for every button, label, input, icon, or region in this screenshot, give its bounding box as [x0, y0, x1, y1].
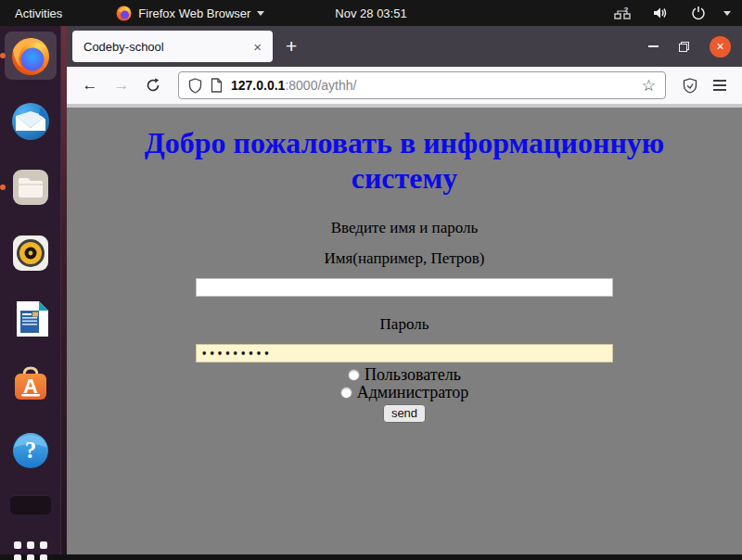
dock-item-ubuntu-software[interactable]: A	[5, 361, 57, 409]
tab-bar: Codeby-school × + ×	[67, 26, 742, 67]
menu-icon[interactable]	[707, 72, 733, 98]
dock-item-files[interactable]	[5, 163, 57, 211]
thunderbird-icon	[9, 100, 52, 143]
help-icon: ?	[9, 429, 52, 472]
name-label: Имя(например, Петров)	[67, 249, 742, 268]
page-icon[interactable]	[211, 78, 223, 93]
url-bar[interactable]: 127.0.0.1:8000/aythh/ ☆	[178, 71, 666, 99]
running-indicator	[0, 185, 6, 190]
intro-text: Введите имя и пароль	[67, 219, 742, 237]
tab-close-icon[interactable]: ×	[249, 39, 265, 55]
ubuntu-software-icon: A	[9, 363, 52, 406]
send-button[interactable]: send	[383, 404, 426, 423]
password-label: Пароль	[67, 315, 742, 334]
new-tab-button[interactable]: +	[286, 35, 297, 57]
network-question-icon[interactable]: ?	[609, 0, 635, 26]
power-icon[interactable]	[685, 0, 711, 26]
volume-icon[interactable]	[647, 0, 673, 26]
forward-button[interactable]: →	[108, 71, 135, 99]
svg-text:?: ?	[624, 6, 629, 14]
tab-title: Codeby-school	[83, 40, 249, 54]
minimize-button[interactable]	[648, 45, 659, 47]
system-top-bar: Activities Firefox Web Browser Nov 28 03…	[0, 0, 742, 26]
minimized-app-icon	[10, 494, 51, 515]
app-menu-button[interactable]: Firefox Web Browser	[116, 6, 264, 21]
url-text: 127.0.0.1:8000/aythh/	[231, 78, 356, 93]
role-option-user[interactable]: Пользователь	[67, 366, 742, 383]
files-icon	[9, 166, 52, 209]
screen: Activities Firefox Web Browser Nov 28 03…	[0, 0, 742, 560]
app-grid-icon	[14, 541, 47, 560]
shield-check-icon[interactable]	[677, 72, 703, 98]
dock: A ?	[0, 26, 61, 554]
activities-button[interactable]: Activities	[0, 0, 77, 26]
nav-toolbar: ← → 127.0.0.1:8000/aythh/ ☆	[67, 67, 742, 108]
svg-text:?: ?	[24, 438, 36, 463]
bookmark-star-icon[interactable]: ☆	[642, 76, 656, 95]
rhythmbox-icon	[9, 232, 52, 274]
restore-button[interactable]	[679, 42, 689, 52]
page-title: Добро пожаловать в информационную систем…	[117, 125, 692, 196]
shield-icon[interactable]	[188, 78, 202, 94]
caret-down-icon	[257, 11, 264, 16]
radio-user-label: Пользователь	[365, 366, 461, 383]
dock-item-minimized-app[interactable]	[5, 492, 57, 516]
reload-button[interactable]	[139, 71, 167, 99]
back-button[interactable]: ←	[76, 71, 104, 99]
close-button[interactable]: ×	[710, 36, 731, 57]
running-indicator	[0, 53, 6, 58]
dock-item-firefox[interactable]	[5, 32, 57, 80]
app-menu-label: Firefox Web Browser	[138, 6, 250, 20]
caret-down-icon[interactable]	[723, 11, 731, 16]
bottom-edge	[0, 554, 742, 560]
firefox-icon	[9, 34, 52, 77]
dock-item-libreoffice-writer[interactable]	[5, 295, 57, 343]
clock[interactable]: Nov 28 03:51	[335, 0, 406, 26]
name-input[interactable]	[196, 278, 613, 297]
radio-admin[interactable]	[340, 387, 352, 399]
radio-user[interactable]	[348, 369, 360, 381]
url-path: :8000/aythh/	[285, 78, 356, 93]
role-option-admin[interactable]: Администратор	[67, 384, 742, 401]
web-page: Добро пожаловать в информационную систем…	[67, 108, 742, 554]
dock-item-app-grid[interactable]	[5, 534, 57, 560]
tab-codeby-school[interactable]: Codeby-school ×	[72, 31, 273, 62]
radio-admin-label: Администратор	[357, 384, 469, 401]
firefox-mini-icon	[116, 6, 132, 21]
url-host: 127.0.0.1	[231, 78, 285, 93]
firefox-window: Codeby-school × + × ← →	[67, 26, 742, 554]
libreoffice-writer-icon	[9, 298, 52, 340]
dock-item-thunderbird[interactable]	[5, 97, 57, 146]
dock-item-rhythmbox[interactable]	[5, 229, 57, 277]
dock-item-help[interactable]: ?	[5, 426, 57, 475]
password-input[interactable]	[196, 344, 613, 363]
